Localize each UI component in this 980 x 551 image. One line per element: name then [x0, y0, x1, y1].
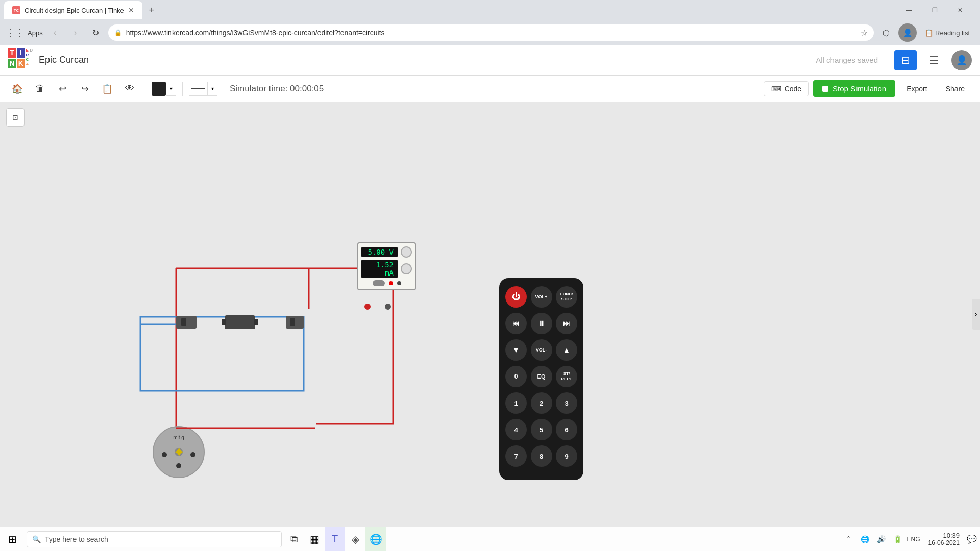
tray-sound-icon[interactable]: 🔊 [874, 532, 889, 546]
apps-label[interactable]: Apps [28, 29, 43, 37]
svg-rect-3 [225, 315, 255, 329]
new-tab-button[interactable]: + [144, 3, 159, 17]
search-icon: 🔍 [32, 535, 41, 543]
url-bar[interactable]: 🔒 https://www.tinkercad.com/things/i3wGi… [108, 24, 874, 41]
clock-area[interactable]: 10:39 16-06-2021 [924, 532, 964, 546]
tinkercad-logo[interactable]: T I N K E R C A D [8, 48, 33, 72]
remote-top-row: ⏻ VOL+ FUNC/STOP [505, 286, 577, 308]
tray-battery-icon[interactable]: 🔋 [891, 532, 905, 546]
remote-8-button[interactable]: 8 [531, 445, 552, 467]
share-button[interactable]: Share [939, 82, 972, 96]
separator-1 [145, 82, 145, 96]
task-view-icon: ⧉ [290, 533, 298, 545]
line-sample[interactable] [189, 82, 207, 96]
close-button[interactable]: ✕ [948, 2, 972, 18]
widgets-button[interactable]: ▦ [304, 527, 325, 552]
stop-indicator [822, 86, 828, 92]
redo-button[interactable]: ↪ [76, 80, 94, 98]
active-tab[interactable]: TC Circuit design Epic Curcan | Tinke ✕ [4, 1, 142, 19]
color-swatch[interactable] [152, 82, 166, 96]
back-button[interactable]: ‹ [47, 24, 63, 41]
tray-lang[interactable]: ENG [907, 536, 920, 543]
taskbar-search[interactable]: 🔍 Type here to search [27, 531, 282, 547]
color-dropdown[interactable]: ▾ [166, 82, 176, 96]
remote-power-button[interactable]: ⏻ [505, 286, 527, 308]
forward-button[interactable]: › [67, 24, 84, 41]
color-picker[interactable]: ▾ [152, 82, 176, 96]
svg-rect-2 [181, 318, 186, 326]
meter-dot-red [389, 281, 393, 285]
fit-view-button[interactable]: ⊡ [6, 108, 24, 127]
remote-next-button[interactable]: ⏭ [556, 313, 577, 334]
remote-7-button[interactable]: 7 [505, 445, 527, 467]
logo-n: N [8, 59, 16, 68]
remote-funcstop-button[interactable]: FUNC/STOP [556, 286, 577, 308]
chrome-button[interactable]: 🌐 [365, 527, 386, 552]
remote-volminus-button[interactable]: VOL- [531, 339, 552, 361]
remote-zero-button[interactable]: 0 [505, 366, 527, 387]
maximize-button[interactable]: ❐ [923, 2, 946, 18]
code-button[interactable]: ⌨ Code [764, 81, 809, 96]
notes-button[interactable]: 📋 [98, 80, 116, 98]
tab-close-button[interactable]: ✕ [128, 6, 134, 14]
extensions-button[interactable]: ⬡ [878, 24, 894, 41]
start-button[interactable]: ⊞ [0, 527, 24, 552]
list-view-button[interactable]: ☰ [923, 50, 945, 70]
export-button[interactable]: Export [899, 82, 934, 96]
remote-prev-button[interactable]: ⏮ [505, 313, 527, 334]
remote-up-button[interactable]: ▲ [556, 339, 577, 361]
remote-volplus-button[interactable]: VOL+ [531, 286, 552, 308]
notification-button[interactable]: 💬 [964, 527, 980, 552]
minimize-button[interactable]: — [897, 2, 921, 18]
teams-button[interactable]: T [325, 527, 345, 552]
devhome-button[interactable]: ◈ [345, 527, 365, 552]
profile-button[interactable]: 👤 [898, 23, 917, 42]
remote-4-button[interactable]: 4 [505, 419, 527, 440]
meter-switch[interactable] [373, 280, 385, 286]
grid-view-button[interactable]: ⊟ [894, 50, 917, 70]
line-picker[interactable]: ▾ [189, 82, 217, 96]
remote-3-button[interactable]: 3 [556, 392, 577, 414]
remote-down-button[interactable]: ▼ [505, 339, 527, 361]
svg-text:mit g: mit g [173, 435, 184, 440]
user-avatar[interactable]: 👤 [951, 50, 972, 70]
remote-eq-button[interactable]: EQ [531, 366, 552, 387]
visibility-button[interactable]: 👁 [120, 80, 139, 98]
delete-button[interactable]: 🗑 [31, 80, 49, 98]
stop-simulation-button[interactable]: Stop Simulation [813, 80, 895, 97]
remote-5-button[interactable]: 5 [531, 419, 552, 440]
bookmark-icon[interactable]: ☆ [861, 28, 868, 38]
remote-9-button[interactable]: 9 [556, 445, 577, 467]
svg-rect-7 [290, 318, 295, 326]
remote-2-button[interactable]: 2 [531, 392, 552, 414]
voltage-dial[interactable] [401, 246, 412, 258]
svg-text:✦: ✦ [173, 444, 185, 460]
tab-favicon: TC [12, 6, 20, 14]
canvas-area[interactable]: ⊡ ✦ mit g [0, 102, 980, 527]
task-view-button[interactable]: ⧉ [284, 527, 304, 552]
undo-button[interactable]: ↩ [53, 80, 71, 98]
chrome-icon: 🌐 [370, 533, 382, 545]
remote-strept-button[interactable]: ST/REPT [556, 366, 577, 387]
save-status: All changes saved [816, 56, 878, 64]
line-dropdown[interactable]: ▾ [207, 82, 217, 96]
apps-grid-icon[interactable]: ⋮⋮ [6, 27, 24, 38]
remote-1-button[interactable]: 1 [505, 392, 527, 414]
remote-ctrl-row: ▼ VOL- ▲ [505, 339, 577, 361]
right-panel-toggle[interactable]: › [972, 299, 980, 330]
project-name: Epic Curcan [39, 55, 89, 65]
tray-chevron-button[interactable]: ˄ [842, 532, 856, 546]
home-button[interactable]: 🏠 [8, 80, 27, 98]
app-toolbar: 🏠 🗑 ↩ ↪ 📋 👁 ▾ ▾ Simulator time: 00:00:05… [0, 76, 980, 102]
reload-button[interactable]: ↻ [88, 24, 104, 41]
svg-point-12 [162, 452, 167, 457]
reading-list-button[interactable]: 📋 Reading list [921, 27, 974, 39]
remote-play-button[interactable]: ⏸ [531, 313, 552, 334]
apps-area: ⋮⋮ Apps [6, 27, 43, 38]
clock-time: 10:39 [943, 532, 960, 539]
teams-icon: T [332, 533, 338, 545]
svg-point-16 [385, 304, 391, 310]
remote-6-button[interactable]: 6 [556, 419, 577, 440]
tray-network-icon[interactable]: 🌐 [858, 532, 872, 546]
current-dial[interactable] [401, 263, 412, 274]
